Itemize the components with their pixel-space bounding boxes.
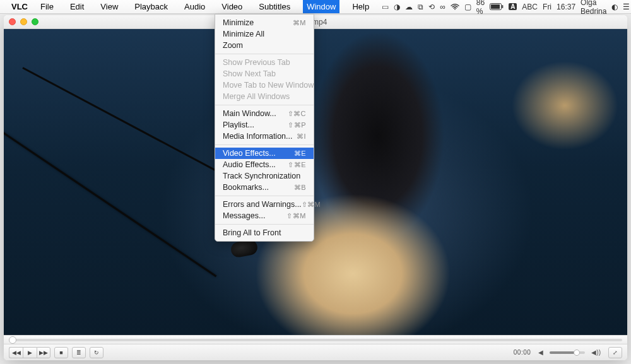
menu-separator [215, 54, 314, 54]
seek-track[interactable] [9, 339, 622, 341]
repeat-button[interactable]: ↻ [90, 347, 103, 358]
volume-low-icon[interactable]: ◀ [538, 349, 543, 356]
app-name[interactable]: VLC [11, 2, 28, 11]
menu-audio[interactable]: Audio [180, 0, 209, 13]
input-indicator[interactable]: A [509, 3, 517, 10]
skip-back-button[interactable]: ◀◀ [9, 347, 23, 358]
cloud-icon[interactable]: ☁ [405, 3, 413, 11]
time-display: 00:00 [514, 349, 531, 356]
spotlight-icon[interactable]: ◐ [611, 3, 618, 11]
menu-view[interactable]: View [97, 0, 122, 13]
window-title: nt.mp4 [4, 18, 627, 26]
menu-separator [215, 144, 314, 145]
menu-help[interactable]: Help [348, 0, 373, 13]
infinity-icon[interactable]: ∞ [440, 3, 445, 11]
menu-audio-effects[interactable]: Audio Effects...⇧⌘E [215, 159, 314, 170]
seek-thumb[interactable] [9, 336, 16, 344]
seek-bar[interactable] [4, 335, 627, 344]
volume-fill [550, 351, 574, 354]
status-icon[interactable]: ◑ [394, 3, 400, 11]
menu-merge-all-windows: Merge All Windows [215, 91, 314, 102]
macos-menubar: VLC File Edit View Playback Audio Video … [0, 0, 631, 14]
menu-zoom[interactable]: Zoom [215, 40, 314, 51]
menu-media-information[interactable]: Media Information...⌘I [215, 131, 314, 142]
menu-messages[interactable]: Messages...⇧⌘M [215, 210, 314, 221]
player-controls: ◀◀ ▶ ▶▶ ■ ≣ ↻ 00:00 ◀ ◀)) ⤢ [4, 344, 627, 360]
menu-file[interactable]: File [37, 0, 57, 13]
user-name[interactable]: Olga Bedrina [581, 0, 606, 16]
video-viewport[interactable] [4, 29, 627, 335]
menubar-status-area: ▭ ◑ ☁ ⧉ ⟲ ∞ ▢ 86 % A ABC Fri 16:37 Olga … [382, 0, 630, 16]
menu-edit[interactable]: Edit [66, 0, 88, 13]
volume-thumb[interactable] [574, 349, 580, 356]
playlist-button[interactable]: ≣ [72, 347, 86, 358]
wifi-icon[interactable] [451, 4, 459, 10]
svg-rect-2 [502, 5, 504, 8]
volume-high-icon[interactable]: ◀)) [591, 349, 601, 356]
menu-track-sync[interactable]: Track Synchronization [215, 170, 314, 182]
menu-main-window[interactable]: Main Window...⇧⌘C [215, 108, 314, 119]
fullscreen-button[interactable]: ⤢ [608, 347, 622, 358]
window-menu-dropdown: Minimize⌘M Minimize All Zoom Show Previo… [215, 14, 314, 242]
volume-slider[interactable] [550, 351, 585, 354]
battery-icon[interactable] [490, 3, 504, 10]
menu-playlist[interactable]: Playlist...⇧⌘P [215, 119, 314, 131]
input-lang[interactable]: ABC [522, 3, 538, 11]
menu-subtitles[interactable]: Subtitles [255, 0, 294, 13]
clock-day: Fri [543, 3, 551, 11]
window-titlebar[interactable]: nt.mp4 [4, 15, 627, 29]
menu-window[interactable]: Window [303, 0, 339, 13]
vlc-player-window: nt.mp4 ◀◀ ▶ ▶▶ ■ ≣ ↻ 00:00 ◀ ◀)) ⤢ [4, 15, 627, 360]
menu-extra-icon[interactable]: ☰ [623, 3, 630, 11]
menu-video-effects[interactable]: Video Effects...⌘E [215, 148, 314, 159]
menu-show-prev-tab: Show Previous Tab [215, 57, 314, 68]
status-icon[interactable]: ▭ [382, 3, 389, 11]
transport-group: ◀◀ ▶ ▶▶ [9, 347, 50, 358]
menu-separator [215, 224, 314, 225]
stop-button[interactable]: ■ [54, 347, 68, 358]
menu-minimize-all[interactable]: Minimize All [215, 28, 314, 40]
menu-minimize[interactable]: Minimize⌘M [215, 17, 314, 28]
dropbox-icon[interactable]: ⧉ [418, 3, 423, 11]
clock-time: 16:37 [557, 3, 575, 11]
menu-bring-all-to-front[interactable]: Bring All to Front [215, 227, 314, 238]
skip-forward-button[interactable]: ▶▶ [37, 347, 50, 358]
menu-playback[interactable]: Playback [131, 0, 172, 13]
svg-point-0 [454, 8, 456, 9]
menu-video[interactable]: Video [218, 0, 246, 13]
menu-show-next-tab: Show Next Tab [215, 68, 314, 79]
menu-move-tab-new-window: Move Tab to New Window [215, 79, 314, 91]
sync-icon[interactable]: ⟲ [428, 3, 435, 11]
menu-bookmarks[interactable]: Bookmarks...⌘B [215, 182, 314, 193]
menu-separator [215, 196, 314, 196]
airplay-icon[interactable]: ▢ [464, 3, 471, 11]
play-button[interactable]: ▶ [23, 347, 37, 358]
menu-separator [215, 105, 314, 105]
svg-rect-3 [491, 4, 500, 9]
menu-errors-warnings[interactable]: Errors and Warnings...⇧⌘M [215, 199, 314, 210]
video-frame-image [4, 29, 627, 335]
battery-percent: 86 % [476, 0, 485, 16]
